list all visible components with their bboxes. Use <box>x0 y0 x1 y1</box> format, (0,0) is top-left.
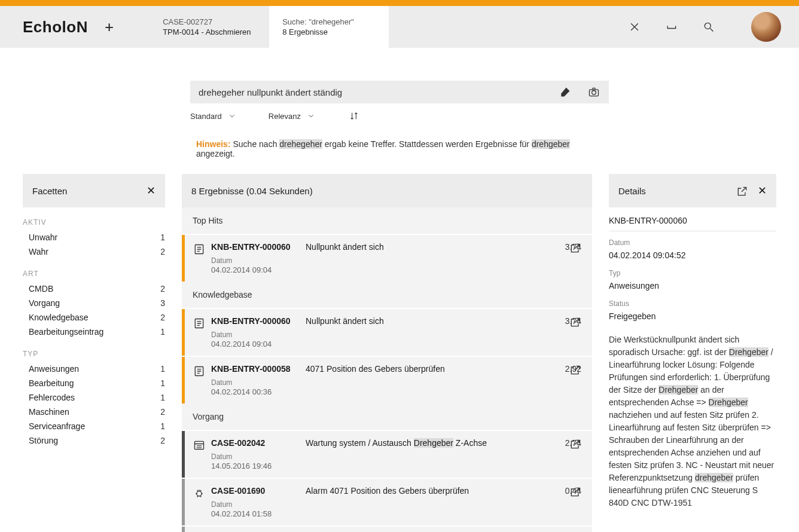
facet-item[interactable]: Knowledgebase2 <box>23 310 165 325</box>
hint-original-term: drehegeher <box>279 139 322 149</box>
popout-icon[interactable] <box>569 364 581 376</box>
new-button[interactable]: + <box>105 18 114 36</box>
popout-icon[interactable] <box>736 185 747 196</box>
details-date: 04.02.2014 09:04:52 <box>609 249 776 262</box>
result-date: 04.02.2014 00:36 <box>211 387 581 396</box>
facet-section-label: AKTIV <box>23 218 165 227</box>
details-header: Details ✕ <box>609 174 776 207</box>
tab-case[interactable]: CASE-002727 TPM-0014 - Abschmieren <box>150 6 269 48</box>
doc-icon <box>193 317 205 329</box>
result-title: Nullpunkt ändert sich <box>306 242 554 252</box>
facets-panel: Facetten ✕ AKTIVUnwahr1Wahr2ARTCMDB2Vorg… <box>23 174 165 532</box>
facet-item[interactable]: Anweisungen1 <box>23 362 165 376</box>
results-panel: 8 Ergebnisse (0.04 Sekunden) Top HitsKNB… <box>182 174 592 532</box>
facet-item[interactable]: CMDB2 <box>23 282 165 296</box>
facet-section-label: TYP <box>23 350 165 358</box>
result-title: 4071 Position des Gebers überprüfen <box>306 364 554 374</box>
facet-item[interactable]: Serviceanfrage1 <box>23 419 165 433</box>
tab-search-line1: Suche: "drehegeher" <box>282 17 376 26</box>
accent-bar <box>0 0 799 6</box>
results-section-title: Top Hits <box>182 207 592 234</box>
result-date: 04.02.2014 09:04 <box>211 265 581 274</box>
details-date-label: Datum <box>609 237 776 248</box>
hint-label: Hinweis: <box>196 139 231 149</box>
result-title: Nullpunkt ändert sich <box>306 316 554 326</box>
result-id: CASE-001690 <box>211 486 295 496</box>
close-icon[interactable] <box>628 20 641 33</box>
details-body: KNB-ENTRY-000060 Datum 04.02.2014 09:04:… <box>609 207 776 516</box>
result-item[interactable]: CASE-002476Alarm 4071 Position des Geber… <box>182 527 592 532</box>
search-area: Standard Relevanz Hinweis: Suche nach dr… <box>0 48 799 158</box>
search-controls: Standard Relevanz <box>190 109 609 123</box>
result-item[interactable]: KNB-ENTRY-0000584071 Position des Gebers… <box>182 357 592 403</box>
results-section-title: Vorgang <box>182 403 592 430</box>
bug-icon <box>193 487 205 499</box>
result-id: KNB-ENTRY-000060 <box>211 316 295 326</box>
svg-point-7 <box>197 491 202 496</box>
svg-point-0 <box>705 23 710 29</box>
header: EcholoN + CASE-002727 TPM-0014 - Abschmi… <box>0 6 799 48</box>
eraser-icon[interactable] <box>559 85 572 99</box>
facets-title: Facetten <box>32 186 67 196</box>
app-logo: EcholoN <box>23 18 88 36</box>
popout-icon[interactable] <box>569 316 581 328</box>
header-actions <box>628 12 781 42</box>
search-mode-select[interactable]: Standard <box>190 112 236 121</box>
result-date: 04.02.2014 09:04 <box>211 340 581 348</box>
facet-section-label: ART <box>23 270 165 278</box>
details-panel: Details ✕ KNB-ENTRY-000060 Datum 04.02.2… <box>609 174 776 532</box>
tab-search[interactable]: Suche: "drehegeher" 8 Ergebnisse <box>269 6 389 48</box>
facets-close-icon[interactable]: ✕ <box>147 184 155 197</box>
results-section-title: Knowledgebase <box>182 282 592 308</box>
result-id: CASE-002042 <box>211 438 295 448</box>
hint-corrected-term: drehgeber <box>532 139 570 149</box>
spacebar-icon[interactable] <box>665 20 678 33</box>
facet-item[interactable]: Wahr2 <box>23 244 165 259</box>
result-item[interactable]: KNB-ENTRY-000060Nullpunkt ändert sich3.7… <box>182 309 592 356</box>
list-icon <box>193 439 205 451</box>
details-close-icon[interactable]: ✕ <box>758 184 767 197</box>
search-box <box>190 81 609 103</box>
search-sort-label: Relevanz <box>269 112 301 121</box>
details-status-label: Status <box>609 298 776 309</box>
search-sort-select[interactable]: Relevanz <box>269 112 315 121</box>
doc-icon <box>193 243 205 255</box>
result-item[interactable]: CASE-001690Alarm 4071 Position des Geber… <box>182 479 592 525</box>
details-type: Anweisungen <box>609 280 776 292</box>
popout-icon[interactable] <box>569 486 581 498</box>
facet-item[interactable]: Störung2 <box>23 433 165 448</box>
facet-item[interactable]: Unwahr1 <box>23 230 165 244</box>
tab-case-line2: TPM-0014 - Abschmieren <box>163 27 256 36</box>
chevron-down-icon <box>228 112 236 120</box>
result-item[interactable]: KNB-ENTRY-000060Nullpunkt ändert sich3.7… <box>182 235 592 282</box>
result-item[interactable]: CASE-002042Wartung system / Austausch Dr… <box>182 431 592 478</box>
result-date: 14.05.2016 19:46 <box>211 461 581 470</box>
details-title: Details <box>618 186 646 196</box>
facet-item[interactable]: Vorgang3 <box>23 296 165 310</box>
sort-direction-icon[interactable] <box>347 109 361 123</box>
facet-item[interactable]: Maschinen2 <box>23 405 165 419</box>
search-input[interactable] <box>199 87 559 97</box>
details-type-label: Typ <box>609 268 776 279</box>
camera-icon[interactable] <box>587 85 600 99</box>
facet-item[interactable]: Bearbeitungseintrag1 <box>23 325 165 339</box>
tab-case-line1: CASE-002727 <box>163 17 256 26</box>
chevron-down-icon <box>307 112 315 120</box>
result-id: KNB-ENTRY-000058 <box>211 364 295 374</box>
details-text: Die Werkstücknullpunkt ändert sich spora… <box>609 334 776 509</box>
result-id: KNB-ENTRY-000060 <box>211 242 295 252</box>
popout-icon[interactable] <box>569 242 581 254</box>
avatar[interactable] <box>751 12 781 42</box>
main-grid: Facetten ✕ AKTIVUnwahr1Wahr2ARTCMDB2Vorg… <box>0 158 799 532</box>
doc-icon <box>193 365 205 377</box>
result-title: Alarm 4071 Position des Gebers überprüfe… <box>306 486 554 496</box>
result-date: 04.02.2014 01:58 <box>211 509 581 518</box>
results-summary: 8 Ergebnisse (0.04 Sekunden) <box>182 174 592 207</box>
tab-search-line2: 8 Ergebnisse <box>282 27 376 36</box>
search-hint: Hinweis: Suche nach drehegeher ergab kei… <box>196 139 609 158</box>
facet-item[interactable]: Fehlercodes1 <box>23 390 165 405</box>
svg-point-2 <box>592 91 596 95</box>
popout-icon[interactable] <box>569 438 581 450</box>
search-icon[interactable] <box>702 20 715 33</box>
facet-item[interactable]: Bearbeitung1 <box>23 376 165 390</box>
